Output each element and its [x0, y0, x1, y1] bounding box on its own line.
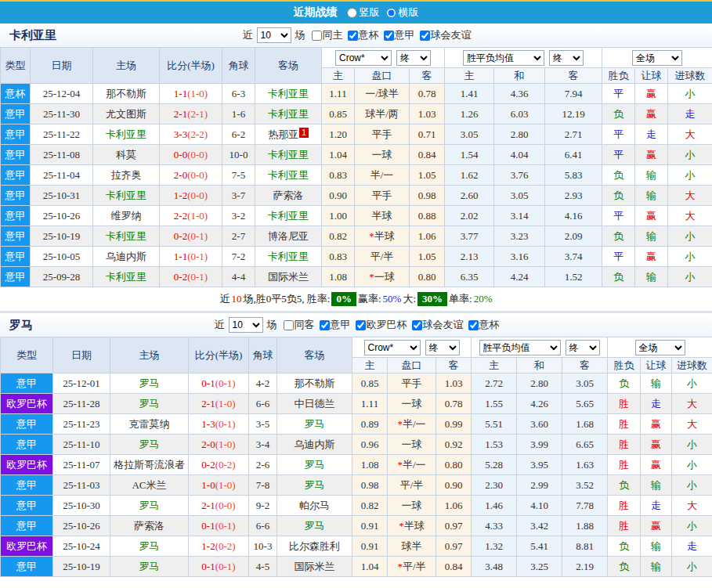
home-team: 卡利亚里: [93, 186, 160, 206]
col-away-header: 客场: [255, 48, 322, 84]
match-filter: 近10场同客意甲欧罗巴杯球会友谊意杯: [213, 317, 500, 333]
avg-draw-odds: 3.60: [517, 414, 562, 435]
filter-checkbox-input[interactable]: [312, 31, 322, 41]
match-row: 意甲25-11-08科莫0-0(0-0)10-0卡利亚里1.04一球0.841.…: [1, 145, 712, 165]
filter-checkbox-2[interactable]: 欧罗巴杯: [351, 318, 407, 332]
odds-away: 1.05: [410, 247, 445, 267]
result-handicap: 走: [635, 124, 668, 145]
result-handicap: 输: [635, 186, 668, 206]
avg-type-select[interactable]: 胜平负均值: [479, 340, 561, 355]
league-badge: 意甲: [1, 435, 53, 455]
fulltime-score: 0-0: [174, 149, 187, 161]
match-scope-select[interactable]: 全场: [635, 340, 685, 355]
filter-checkbox-0[interactable]: 同客: [279, 318, 315, 332]
handicap-line: *半/一: [388, 455, 436, 475]
avg-term-select[interactable]: 终: [549, 50, 584, 66]
avg-draw-odds: 2.80: [494, 124, 545, 145]
odds-term-select[interactable]: 终: [396, 50, 431, 66]
fulltime-score: 0-1: [201, 561, 215, 572]
result-handicap: 走: [641, 394, 672, 414]
odds-home: 1.08: [322, 267, 355, 287]
corner-score: 2-7: [222, 226, 255, 247]
odds-provider-group: Crow*终: [322, 48, 445, 68]
match-scope-select[interactable]: 全场: [632, 50, 682, 66]
halftime-score: (0-2): [215, 459, 236, 471]
filter-checkbox-input[interactable]: [320, 320, 330, 330]
match-row: 意甲25-10-26萨索洛0-1(0-1)6-6罗马0.91*半球0.974.3…: [1, 516, 712, 536]
match-row: 意甲25-09-28卡利亚里0-2(0-1)4-4国际米兰1.08*一球0.80…: [1, 267, 712, 287]
avg-away-odds: 2.93: [545, 186, 602, 206]
result-winloss: 胜: [608, 414, 641, 435]
filter-checkbox-input[interactable]: [356, 320, 366, 330]
filter-checkbox-input[interactable]: [284, 320, 294, 330]
filter-checkbox-3[interactable]: 球会友谊: [407, 318, 464, 332]
match-row: 意甲25-11-10罗马2-0(1-0)3-4乌迪内斯0.96一球0.921.5…: [1, 435, 712, 455]
avg-home-odds: 1.53: [472, 435, 517, 455]
odds-away: 1.06: [436, 496, 472, 516]
away-team: 罗马: [277, 414, 352, 435]
match-row: 意甲25-10-05乌迪内斯1-1(0-1)7-2卡利亚里0.83平/半1.05…: [1, 247, 712, 267]
filter-checkbox-input[interactable]: [420, 31, 430, 41]
halftime-score: (0-1): [187, 230, 208, 242]
away-team-name: 热那亚: [268, 128, 298, 140]
filter-checkbox-input[interactable]: [412, 320, 422, 330]
summary-part: 近: [220, 292, 230, 306]
avg-draw-odds: 3.25: [517, 557, 562, 577]
handicap-line: 球半: [388, 536, 436, 557]
recent-label: 近: [215, 318, 225, 332]
filter-checkbox-3[interactable]: 球会友谊: [415, 28, 472, 42]
away-team-name: 罗马: [305, 418, 325, 430]
halftime-score: (0-1): [215, 377, 236, 389]
corner-score: 4-4: [222, 267, 255, 287]
vertical-layout-radio[interactable]: [347, 8, 357, 18]
filter-checkbox-input[interactable]: [348, 31, 358, 41]
home-team-name: 罗马: [139, 540, 160, 552]
recent-matches-table: 类型日期主场比分(半场)角球客场Crow*终胜平负均值终全场主盘口客主和客胜负让…: [0, 47, 712, 287]
away-team: 卡利亚里: [255, 145, 322, 165]
filter-checkbox-input[interactable]: [384, 31, 394, 41]
away-team: 卡利亚里: [255, 84, 322, 104]
result-goals: 大: [672, 414, 712, 435]
odds-provider-select[interactable]: Crow*: [364, 340, 421, 355]
home-team: 卡利亚里: [93, 124, 160, 145]
match-row: 意杯25-12-04那不勒斯1-1(1-0)6-3卡利亚里1.11一/球半0.7…: [1, 84, 712, 104]
home-team-name: 乌迪内斯: [106, 251, 146, 262]
odds-term-select[interactable]: 终: [425, 340, 460, 355]
filter-checkbox-input[interactable]: [468, 320, 479, 330]
filter-checkbox-1[interactable]: 意杯: [343, 28, 379, 42]
avg-away-odds: 1.63: [562, 455, 608, 475]
handicap-line: 平手: [355, 124, 410, 145]
match-date: 25-11-08: [31, 145, 93, 165]
avg-type-select[interactable]: 胜平负均值: [463, 50, 544, 66]
recent-count-select[interactable]: 10: [257, 27, 291, 43]
avg-draw-header: 和: [517, 358, 562, 373]
corner-score: 7-8: [249, 475, 277, 496]
match-date: 25-09-28: [31, 267, 93, 287]
home-team-name: AC米兰: [132, 479, 166, 491]
away-team: 卡利亚里: [255, 104, 322, 124]
avg-draw-odds: 2.80: [517, 373, 562, 394]
filter-checkbox-2[interactable]: 意甲: [379, 28, 415, 42]
view-option-vertical[interactable]: 竖版: [341, 5, 380, 20]
horizontal-layout-radio[interactable]: [386, 8, 396, 18]
odds-home-header: 主: [322, 68, 355, 84]
avg-draw-odds: 3.95: [517, 455, 562, 475]
filter-checkbox-4[interactable]: 意杯: [464, 318, 500, 332]
away-team-name: 卡利亚里: [268, 169, 309, 181]
match-row: 意甲25-10-19卡利亚里0-2(0-1)2-7博洛尼亚0.82*半球1.06…: [1, 226, 712, 247]
avg-away-odds: 5.83: [545, 165, 602, 186]
avg-home-odds: 1.46: [472, 496, 517, 516]
recent-count-select[interactable]: 10: [229, 317, 263, 333]
league-badge: 欧罗巴杯: [1, 394, 53, 414]
filter-checkbox-1[interactable]: 意甲: [315, 318, 351, 332]
view-option-horizontal[interactable]: 横版: [380, 5, 419, 20]
match-row: 欧罗巴杯25-11-07格拉斯哥流浪者0-2(0-2)2-6罗马1.08*半/一…: [1, 455, 712, 475]
avg-term-select[interactable]: 终: [566, 340, 600, 355]
avg-home-odds: 1.32: [472, 536, 517, 557]
filter-checkbox-label: 同主: [323, 28, 343, 42]
filter-checkbox-label: 意杯: [479, 318, 500, 332]
filter-checkbox-0[interactable]: 同主: [307, 28, 343, 42]
match-row: 意甲25-11-23克雷莫纳1-3(0-1)3-5罗马0.89*半/一0.995…: [1, 414, 712, 435]
odds-provider-select[interactable]: Crow*: [335, 50, 392, 66]
away-team-name: 卡利亚里: [268, 251, 309, 262]
